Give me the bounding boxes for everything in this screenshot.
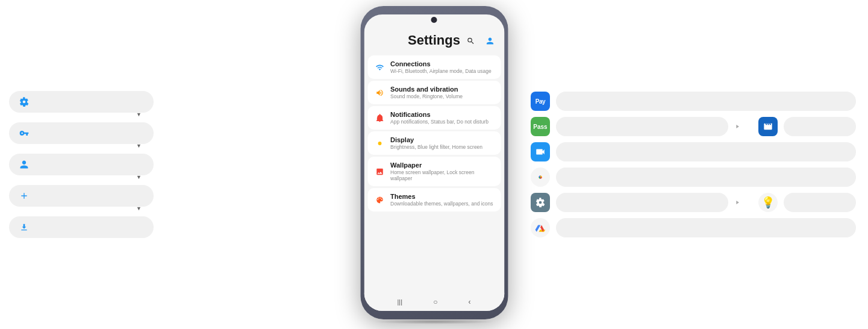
plus-icon [19, 190, 30, 201]
display-text: Display Brightness, Blue light filter, H… [390, 136, 482, 150]
right-row-zoom [531, 142, 856, 161]
settings-item-connections[interactable]: Connections Wi-Fi, Bluetooth, Airplane m… [367, 55, 501, 79]
right-row-pay: Pay [531, 92, 856, 111]
connections-subtitle: Wi-Fi, Bluetooth, Airplane mode, Data us… [390, 68, 492, 74]
nav-recent-btn[interactable]: ||| [398, 298, 403, 306]
wallpaper-text: Wallpaper Home screen wallpaper, Lock sc… [390, 161, 495, 181]
sidebar-item-settings[interactable] [9, 91, 154, 113]
drive-pill [556, 218, 856, 237]
account-icon-btn[interactable] [482, 34, 497, 48]
movie-icon [758, 117, 778, 136]
phone-mockup: Settings [360, 6, 508, 324]
photos-pill [556, 168, 856, 187]
themes-text: Themes Downloadable themes, wallpapers, … [390, 193, 493, 207]
pay-icon: Pay [531, 92, 550, 111]
movie-pill [784, 117, 856, 136]
sidebar-item-add[interactable] [9, 185, 154, 207]
sidebar-group-settings: ▼ [9, 91, 154, 118]
themes-subtitle: Downloadable themes, wallpapers, and ico… [390, 201, 493, 207]
user-icon [19, 159, 30, 170]
settings-item-sounds[interactable]: Sounds and vibration Sound mode, Rington… [367, 81, 501, 104]
photos-icon [531, 168, 550, 187]
arrow-right-icon2 [734, 199, 740, 205]
image-icon [373, 166, 386, 178]
sidebar-group-user: ▼ [9, 154, 154, 180]
wallpaper-title: Wallpaper [390, 161, 495, 169]
sidebar-group-add: ▼ [9, 185, 154, 212]
right-row-drive [531, 218, 856, 237]
palette-icon [373, 194, 386, 206]
pass-pill [556, 117, 728, 136]
settings-item-wallpaper[interactable]: Wallpaper Home screen wallpaper, Lock sc… [367, 157, 501, 186]
nav-back-btn[interactable]: ‹ [468, 298, 470, 306]
themes-title: Themes [390, 193, 493, 200]
sidebar-item-user[interactable] [9, 154, 154, 175]
pass-icon: Pass [531, 117, 550, 136]
settings2-pill [556, 193, 728, 212]
bulb-pill [784, 193, 856, 212]
wifi-icon [373, 61, 386, 74]
sidebar-item-key[interactable] [9, 122, 154, 144]
sidebar-group-download [9, 216, 154, 238]
settings-item-themes[interactable]: Themes Downloadable themes, wallpapers, … [367, 188, 501, 212]
connections-text: Connections Wi-Fi, Bluetooth, Airplane m… [390, 60, 492, 74]
chevron-user: ▼ [9, 174, 154, 180]
right-panel: Pay Pass [519, 0, 868, 329]
phone-shell: Settings [360, 6, 508, 319]
display-title: Display [390, 136, 482, 143]
download-icon [19, 222, 30, 233]
sounds-text: Sounds and vibration Sound mode, Rington… [390, 86, 463, 99]
left-sidebar: ▼ ▼ ▼ [0, 0, 163, 329]
header-icons [463, 34, 497, 48]
phone-screen: Settings [364, 14, 504, 311]
nav-home-btn[interactable]: ○ [433, 298, 437, 306]
bell-icon [373, 112, 386, 124]
wallpaper-subtitle: Home screen wallpaper, Lock screen wallp… [390, 169, 495, 181]
sidebar-item-download[interactable] [9, 216, 154, 238]
display-subtitle: Brightness, Blue light filter, Home scre… [390, 144, 482, 150]
sidebar-group-key: ▼ [9, 122, 154, 149]
sun-icon [373, 137, 386, 149]
sounds-subtitle: Sound mode, Ringtone, Volume [390, 93, 463, 99]
notifications-subtitle: App notifications, Status bar, Do not di… [390, 119, 489, 125]
key-icon [19, 128, 30, 139]
search-icon-btn[interactable] [463, 34, 478, 48]
phone-camera [431, 17, 437, 23]
settings2-icon [531, 193, 550, 212]
notifications-text: Notifications App notifications, Status … [390, 111, 489, 125]
chevron-add: ▼ [9, 205, 154, 212]
notifications-title: Notifications [390, 111, 489, 118]
zoom-pill [556, 142, 856, 161]
right-row-settings2: 💡 [531, 193, 856, 212]
sounds-title: Sounds and vibration [390, 86, 463, 93]
chevron-settings: ▼ [9, 111, 154, 118]
pay-pill [556, 92, 856, 111]
bulb-icon: 💡 [758, 193, 778, 212]
connections-title: Connections [390, 60, 492, 67]
settings-item-notifications[interactable]: Notifications App notifications, Status … [367, 106, 501, 130]
settings-icon [19, 96, 30, 107]
arrow-right-icon [734, 124, 740, 130]
zoom-icon [531, 142, 550, 161]
settings-screen: Settings [364, 14, 504, 311]
settings-item-display[interactable]: Display Brightness, Blue light filter, H… [367, 131, 501, 155]
drive-icon [531, 218, 550, 237]
right-row-photos [531, 168, 856, 187]
right-row-pass: Pass [531, 117, 856, 136]
settings-list: Connections Wi-Fi, Bluetooth, Airplane m… [364, 53, 504, 293]
chevron-key: ▼ [9, 143, 154, 149]
volume-icon [373, 87, 386, 99]
